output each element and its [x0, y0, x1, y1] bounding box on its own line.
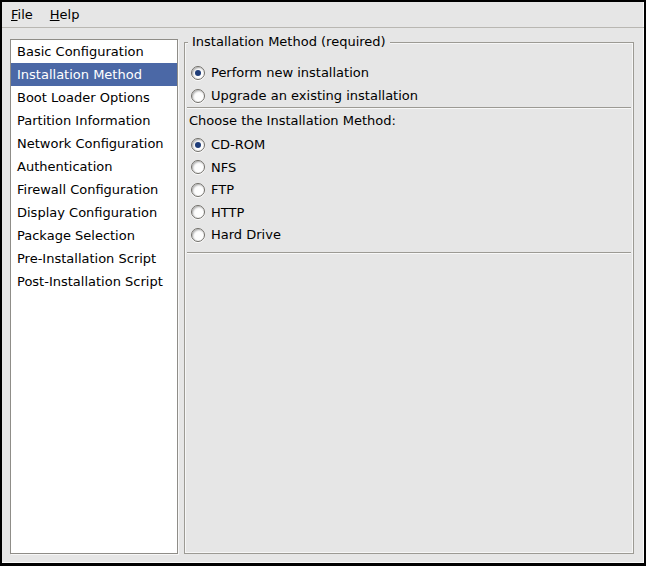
sidebar-item-label: Basic Configuration: [17, 44, 144, 59]
radio-button-icon[interactable]: [191, 66, 205, 80]
section-list[interactable]: Basic Configuration Installation Method …: [10, 39, 178, 554]
sidebar-item-package-selection[interactable]: Package Selection: [11, 224, 177, 247]
sidebar-item-label: Installation Method: [17, 67, 142, 82]
radio-label: Upgrade an existing installation: [211, 88, 418, 103]
sidebar-item-label: Authentication: [17, 159, 112, 174]
choose-method-label: Choose the Installation Method:: [189, 113, 396, 128]
sidebar-item-display-configuration[interactable]: Display Configuration: [11, 201, 177, 224]
sidebar-item-partition-information[interactable]: Partition Information: [11, 109, 177, 132]
sidebar-item-installation-method[interactable]: Installation Method: [11, 63, 177, 86]
radio-option-hard-drive[interactable]: Hard Drive: [191, 227, 281, 242]
sidebar-item-post-installation-script[interactable]: Post-Installation Script: [11, 270, 177, 293]
separator: [187, 252, 631, 253]
sidebar-item-firewall-configuration[interactable]: Firewall Configuration: [11, 178, 177, 201]
sidebar-item-label: Partition Information: [17, 113, 151, 128]
sidebar-item-label: Firewall Configuration: [17, 182, 158, 197]
sidebar-item-label: Display Configuration: [17, 205, 157, 220]
installation-method-panel: Installation Method (required) Perform n…: [184, 42, 634, 554]
menubar: File Help: [2, 2, 644, 28]
sidebar-item-label: Package Selection: [17, 228, 135, 243]
radio-label: Hard Drive: [211, 227, 281, 242]
radio-option-ftp[interactable]: FTP: [191, 182, 281, 197]
radio-label: NFS: [211, 160, 236, 175]
radio-button-icon[interactable]: [191, 183, 205, 197]
sidebar-item-authentication[interactable]: Authentication: [11, 155, 177, 178]
radio-label: Perform new installation: [211, 65, 369, 80]
sidebar-item-network-configuration[interactable]: Network Configuration: [11, 132, 177, 155]
radio-option-perform-new-installation[interactable]: Perform new installation: [191, 65, 418, 80]
sidebar-item-basic-configuration[interactable]: Basic Configuration: [11, 40, 177, 63]
radio-option-cd-rom[interactable]: CD-ROM: [191, 137, 281, 152]
menu-help[interactable]: Help: [49, 2, 81, 27]
panel-title: Installation Method (required): [188, 34, 390, 50]
method-radio-group: CD-ROM NFS FTP HTTP Hard Drive: [191, 137, 281, 242]
radio-label: CD-ROM: [211, 137, 265, 152]
separator: [187, 107, 631, 108]
radio-option-upgrade-an-existing-installation[interactable]: Upgrade an existing installation: [191, 88, 418, 103]
radio-button-icon[interactable]: [191, 228, 205, 242]
sidebar-item-pre-installation-script[interactable]: Pre-Installation Script: [11, 247, 177, 270]
radio-button-icon[interactable]: [191, 160, 205, 174]
sidebar-item-boot-loader-options[interactable]: Boot Loader Options: [11, 86, 177, 109]
radio-option-http[interactable]: HTTP: [191, 205, 281, 220]
install-type-radio-group: Perform new installation Upgrade an exis…: [191, 65, 418, 103]
menu-file[interactable]: File: [10, 2, 34, 27]
kickstart-configurator-window: File Help Basic Configuration Installati…: [0, 0, 646, 566]
sidebar-item-label: Pre-Installation Script: [17, 251, 156, 266]
sidebar-item-label: Post-Installation Script: [17, 274, 163, 289]
sidebar-item-label: Boot Loader Options: [17, 90, 150, 105]
radio-label: FTP: [211, 182, 234, 197]
radio-label: HTTP: [211, 205, 244, 220]
radio-button-icon[interactable]: [191, 89, 205, 103]
radio-option-nfs[interactable]: NFS: [191, 160, 281, 175]
radio-button-icon[interactable]: [191, 138, 205, 152]
sidebar-item-label: Network Configuration: [17, 136, 164, 151]
radio-button-icon[interactable]: [191, 205, 205, 219]
